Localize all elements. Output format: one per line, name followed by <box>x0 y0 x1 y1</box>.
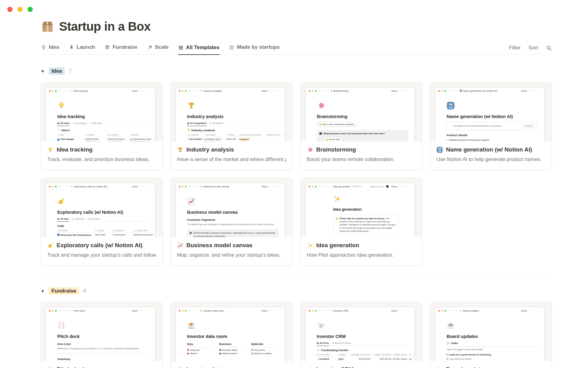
mini-maximize-button <box>315 186 316 187</box>
card-title: Idea generation <box>307 242 416 249</box>
mini-table-col: ▤Customer <box>107 133 130 137</box>
mini-page-body: Idea tracking▤All ideas▤By industry▤By s… <box>46 94 155 141</box>
mini-minimize-button <box>441 310 443 312</box>
mini-table-col: AaPurpose <box>57 228 95 233</box>
mini-close-button <box>179 90 180 92</box>
target-icon <box>187 349 189 351</box>
clock-icon: ○ <box>143 309 144 312</box>
template-card-investor-crm[interactable]: ≡‹›+$Investor CRMShare□○☆···$Investor CR… <box>300 302 422 368</box>
template-card-pitch-deck[interactable]: ≡‹›+Pitch deckShare□○☆···Pitch deckOne-L… <box>41 302 163 368</box>
mini-table-cell: Jennifer Owens <box>393 357 409 361</box>
card-title: Idea tracking <box>47 146 156 153</box>
template-card-idea-tracking[interactable]: ≡‹›+Idea trackingShare□○☆···Idea trackin… <box>41 82 163 170</box>
section-header-fundraise: ▼Fundraise4 <box>41 287 552 295</box>
comment-icon: □ <box>140 309 141 312</box>
tab-idea[interactable]: Idea <box>41 41 59 54</box>
mini-view-tab: ▤All firms <box>317 342 329 346</box>
span-el: • <box>447 139 447 141</box>
comment-icon: □ <box>529 90 530 92</box>
bank-icon: $ <box>187 321 195 330</box>
mini-page-title: Exploratory calls (w/ Notion AI) <box>57 209 149 215</box>
span-el: ▸ <box>447 353 448 356</box>
mini-table-col: ≡Where we lose <box>283 133 285 137</box>
baseball-icon <box>70 309 73 312</box>
sort-button[interactable]: Sort <box>529 45 538 51</box>
search-icon[interactable] <box>546 45 552 51</box>
brain-icon <box>307 147 313 153</box>
card-preview-image: ≡‹›+$Investor data roomShare□○☆···$Inves… <box>171 302 292 361</box>
section-divider <box>41 274 552 274</box>
tab-made-by-startups[interactable]: Made by startups <box>229 41 280 54</box>
mini-breadcrumb: Pitch deck <box>70 309 85 312</box>
span-el: Start writing here... <box>333 237 352 237</box>
menu-icon: ≡ <box>59 90 61 92</box>
card-description: Boost your teams remote collaboration. <box>307 156 416 162</box>
template-card-name-generation-w-notion-ai[interactable]: ≡‹›+ABCDName generation (w/ Notion AI)Sh… <box>430 82 552 170</box>
tab-launch[interactable]: Launch <box>69 41 95 54</box>
brain-icon <box>317 102 325 110</box>
mini-minimize-button <box>441 90 443 92</box>
mini-column: BusinessBusiness detailsMarket research <box>219 343 247 355</box>
span-el: Key metrics for March <box>450 358 471 361</box>
mini-minimize-button <box>52 310 54 312</box>
more-icon: ··· <box>409 185 411 188</box>
h5-el: Business <box>219 343 247 347</box>
tab-fundraise[interactable]: Fundraise <box>104 41 138 54</box>
span-el: ≡ <box>283 134 285 136</box>
template-card-industry-analysis[interactable]: ≡‹›+Industry analysisShare□○☆···Industry… <box>171 82 292 170</box>
span-el: Investor data room <box>203 309 224 312</box>
span-el: ✓ <box>57 139 59 141</box>
mini-page-title: Idea tracking <box>57 114 149 119</box>
mini-page-body: $Investor CRM▤All firms▤Board by status$… <box>306 314 415 361</box>
mini-page-body: Business model canvasCustomer SegmentsTh… <box>176 190 285 237</box>
span-el: ▤ <box>134 229 135 232</box>
mini-share-button: Share <box>262 185 268 188</box>
new-page-icon: + <box>326 90 328 92</box>
template-card-board-updates[interactable]: ≡‹›+Board updatesShare□○☆···Board update… <box>430 302 552 368</box>
template-card-idea-generation[interactable]: ≡‹›+Idea generationPrivate ▾Edited just … <box>300 178 422 266</box>
mini-share-button: Share <box>132 90 138 92</box>
card-title: $Investor data room <box>177 366 286 368</box>
svg-text:AB: AB <box>438 148 441 150</box>
mini-minimize-button <box>312 186 313 187</box>
span-el: Fundraising tracker <box>321 348 349 352</box>
span-el: ▤ <box>107 134 109 136</box>
collapse-toggle-icon[interactable]: ▼ <box>41 69 45 74</box>
template-card-exploratory-calls-w-notion-ai[interactable]: ≡‹›+Exploratory calls (w/ Notion AI)Shar… <box>41 178 163 266</box>
template-card-business-model-canvas[interactable]: ≡‹›+Business model canvasShare□○☆···Busi… <box>171 178 292 266</box>
mini-table-cell: Jane Smith <box>95 232 113 237</box>
page-header: Startup in a Box <box>41 20 552 33</box>
mini-text: Start writing here... <box>333 237 399 237</box>
new-page-icon: + <box>456 90 458 92</box>
div-el: Inefficient team collaboration and proje… <box>85 138 107 141</box>
mini-toggle: ▸Leads for a great director of marketing <box>447 353 538 356</box>
minimize-button[interactable] <box>17 7 23 12</box>
mini-table-col: @ <box>409 353 415 357</box>
span-el: ▤ <box>332 342 334 344</box>
close-button[interactable] <box>7 7 13 12</box>
mini-window-chrome: ≡‹›+ABCDName generation (w/ Notion AI)Sh… <box>435 87 544 94</box>
mini-close-button <box>49 310 51 312</box>
mini-share-button: Share <box>132 309 138 312</box>
clock-icon: ○ <box>402 309 404 312</box>
collapse-toggle-icon[interactable]: ▼ <box>41 289 45 293</box>
template-card-brainstorming[interactable]: ≡‹›+BrainstormingShare□○☆···Brainstormin… <box>300 82 422 170</box>
div-el: TechSolutions <box>112 234 132 236</box>
tab-scale[interactable]: Scale <box>147 41 169 54</box>
mini-table-row: □Your productA navigation app to help yo… <box>187 137 285 141</box>
rocket-icon <box>69 45 74 50</box>
template-card-investor-data-room[interactable]: ≡‹›+$Investor data roomShare□○☆···$Inves… <box>171 302 292 368</box>
mini-page-link: Documents <box>251 349 279 351</box>
maximize-button[interactable] <box>28 7 33 12</box>
section-count: 7 <box>69 68 71 74</box>
mini-breadcrumb: $Investor data room <box>200 309 224 312</box>
back-icon: ‹ <box>322 309 322 312</box>
mini-view-tabs: ▤All competitors▤By feature <box>187 122 279 126</box>
mini-table-col: ≡Description <box>204 133 226 137</box>
tab-all-templates[interactable]: All Templates <box>178 41 220 55</box>
span-el: Board updates <box>463 309 479 312</box>
forward-icon: › <box>324 90 325 92</box>
mini-window-chrome: ≡‹›+$Investor CRMShare□○☆··· <box>306 307 415 314</box>
filter-button[interactable]: Filter <box>509 45 521 51</box>
mini-table: AaCompany≡Description≡Pricing≡Most commo… <box>187 133 285 142</box>
